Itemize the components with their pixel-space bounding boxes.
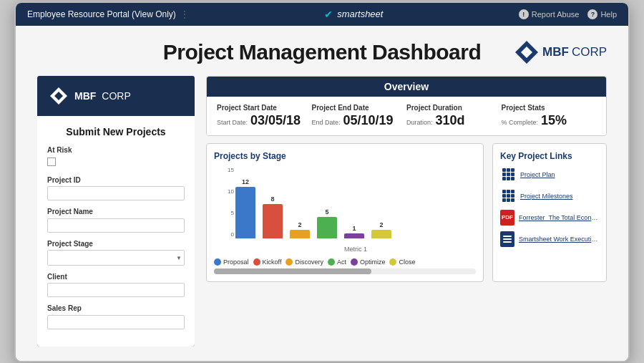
- bar-rect-proposal: [235, 187, 255, 238]
- complete-label: Project Stats: [502, 104, 597, 112]
- legend-label-proposal: Proposal: [223, 258, 249, 266]
- legend-item-close: Close: [389, 258, 415, 266]
- mbfcorp-logo-top: MBFCORP: [514, 39, 607, 65]
- end-date-value: 05/10/19: [343, 113, 394, 128]
- bar-value-discovery: 2: [298, 221, 301, 228]
- left-panel-header: MBFCORP: [37, 76, 195, 116]
- sheet-icon: [500, 231, 514, 247]
- at-risk-group: At Risk: [47, 146, 185, 169]
- client-group: Client: [47, 273, 185, 298]
- start-date-value: 03/05/18: [250, 113, 301, 128]
- y-label-10: 10: [228, 188, 234, 195]
- bar-value-close: 2: [379, 221, 383, 228]
- dashboard-header: Project Management Dashboard MBFCORP: [37, 40, 607, 64]
- legend-item-optimize: Optimize: [351, 258, 386, 266]
- project-stage-select[interactable]: Proposal Kickoff Discovery Act Optimize …: [47, 250, 185, 266]
- legend-dot-close: [389, 258, 396, 266]
- legend-label-close: Close: [399, 258, 415, 266]
- grid-icon-0: [500, 167, 516, 183]
- client-input[interactable]: [47, 283, 185, 297]
- chart-title: Projects by Stage: [214, 151, 476, 161]
- bar-chart: 15 10 5 0 1282512 Metric 1: [214, 167, 476, 253]
- logo-mbf: MBF: [542, 45, 569, 59]
- project-name-group: Project Name: [47, 208, 185, 233]
- start-date-sub: Start Date:: [217, 119, 248, 126]
- bar-rect-optimize: [344, 233, 364, 238]
- overview-header: Overview: [207, 77, 606, 97]
- stat-duration: Project Duration Duration: 310d: [406, 104, 502, 128]
- report-abuse-icon: !: [519, 9, 529, 19]
- help-label: Help: [600, 10, 617, 19]
- legend-label-act: Act: [337, 258, 346, 266]
- report-abuse-link[interactable]: ! Report Abuse: [519, 9, 580, 19]
- complete-sub: % Complete:: [502, 119, 539, 126]
- bar-value-proposal: 12: [242, 178, 249, 185]
- link-item-1[interactable]: Project Milestones: [500, 188, 599, 204]
- bar-value-optimize: 1: [352, 225, 356, 232]
- y-label-15: 15: [228, 167, 234, 173]
- project-name-input[interactable]: [47, 218, 185, 233]
- bar-rect-discovery: [290, 230, 310, 238]
- legend-item-proposal: Proposal: [214, 258, 249, 266]
- link-item-2[interactable]: PDFForrester_The Total Economic Impa...: [500, 210, 599, 226]
- sheet-lines: [503, 236, 512, 243]
- bar-close: 2: [371, 167, 391, 238]
- left-form: Submit New Projects At Risk Project ID P…: [37, 116, 195, 347]
- bar-value-act: 5: [325, 208, 328, 216]
- logo-corp: CORP: [572, 45, 607, 59]
- bar-discovery: 2: [290, 167, 310, 238]
- project-id-input[interactable]: [47, 186, 185, 200]
- chart-legend: ProposalKickoffDiscoveryActOptimizeClose: [214, 258, 476, 266]
- form-title: Submit New Projects: [47, 126, 185, 137]
- duration-label: Project Duration: [406, 104, 502, 112]
- bar-proposal: 12: [235, 167, 255, 238]
- bar-optimize: 1: [344, 167, 364, 238]
- chart-section: Projects by Stage 15 10 5 0 1282512 Metr…: [206, 143, 484, 282]
- legend-label-optimize: Optimize: [360, 258, 386, 266]
- help-icon: ?: [587, 9, 597, 19]
- link-text-2: Forrester_The Total Economic Impa...: [519, 214, 599, 221]
- main-content: Project Management Dashboard MBFCORP MBF…: [16, 26, 628, 361]
- link-text-0: Project Plan: [520, 171, 555, 178]
- grid-icon: [502, 190, 514, 202]
- at-risk-checkbox[interactable]: [47, 158, 56, 166]
- nav-left: Employee Resource Portal (View Only) ⋮: [27, 9, 189, 19]
- link-item-0[interactable]: Project Plan: [500, 167, 599, 183]
- sales-rep-input[interactable]: [47, 315, 185, 329]
- bar-act: 5: [317, 167, 337, 238]
- y-label-5: 5: [231, 210, 234, 216]
- at-risk-label: At Risk: [47, 146, 185, 154]
- link-item-3[interactable]: Smartsheet Work Execution Platfor...: [500, 231, 599, 247]
- link-text-1: Project Milestones: [520, 193, 573, 200]
- pdf-icon: PDF: [500, 210, 514, 226]
- complete-value: 15%: [541, 113, 567, 128]
- legend-dot-act: [328, 258, 335, 266]
- dashboard-title: Project Management Dashboard: [163, 40, 481, 64]
- links-section: Key Project Links Project Plan Project M…: [492, 143, 607, 282]
- project-id-group: Project ID: [47, 176, 185, 201]
- report-abuse-label: Report Abuse: [532, 10, 580, 19]
- project-name-label: Project Name: [47, 208, 185, 216]
- y-axis: 15 10 5 0: [214, 167, 234, 238]
- left-logo-icon: [49, 86, 69, 106]
- legend-item-kickoff: Kickoff: [253, 258, 282, 266]
- duration-sub: Duration:: [406, 119, 433, 126]
- nav-center: ✔ smartsheet: [324, 9, 383, 20]
- overview-stats: Project Start Date Start Date: 03/05/18 …: [207, 97, 606, 135]
- links-container: Project Plan Project MilestonesPDFForres…: [500, 167, 599, 247]
- smartsheet-checkmark: ✔: [324, 9, 333, 20]
- legend-dot-kickoff: [253, 258, 260, 266]
- grid-icon-1: [500, 188, 516, 204]
- pdf-icon-2: PDF: [500, 210, 514, 226]
- nav-bar: Employee Resource Portal (View Only) ⋮ ✔…: [16, 3, 628, 26]
- smartsheet-logo: smartsheet: [337, 9, 383, 19]
- start-date-label: Project Start Date: [217, 104, 312, 112]
- bar-kickoff: 8: [263, 167, 283, 238]
- y-label-0: 0: [231, 231, 234, 238]
- mbfcorp-diamond-icon: [514, 39, 540, 65]
- chart-scrollbar[interactable]: [214, 268, 476, 274]
- legend-item-act: Act: [328, 258, 346, 266]
- project-stage-group: Project Stage Proposal Kickoff Discovery…: [47, 240, 185, 266]
- project-stage-label: Project Stage: [47, 240, 185, 248]
- help-link[interactable]: ? Help: [587, 9, 617, 19]
